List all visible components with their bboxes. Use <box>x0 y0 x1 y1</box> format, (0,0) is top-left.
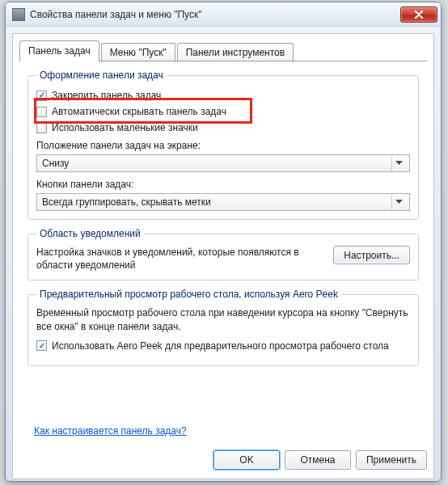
label-buttons: Кнопки панели задач: <box>36 179 410 190</box>
select-buttons-value: Всегда группировать, скрывать метки <box>42 196 211 208</box>
app-icon <box>12 8 25 21</box>
tab-toolbars[interactable]: Панели инструментов <box>177 43 294 62</box>
group-aero-legend: Предварительный просмотр рабочего стола,… <box>36 289 341 300</box>
group-notification-area: Область уведомлений Настройка значков и … <box>27 228 419 280</box>
tab-panel-taskbar: Оформление панели задач Закрепить панель… <box>19 61 427 443</box>
help-link[interactable]: Как настраивается панель задач? <box>34 425 187 436</box>
checkbox-lock-label: Закрепить панель задач <box>52 90 161 101</box>
customize-button[interactable]: Настроить... <box>333 246 410 264</box>
checkbox-autohide-label: Автоматически скрывать панель задач <box>52 106 226 117</box>
window-title: Свойства панели задач и меню "Пуск" <box>30 9 400 20</box>
chevron-down-icon <box>391 156 406 171</box>
checkbox-row-small-icons[interactable]: Использовать маленькие значки <box>36 122 410 133</box>
group-notification-legend: Область уведомлений <box>36 228 144 239</box>
notification-description: Настройка значков и уведомлений, которые… <box>36 246 327 272</box>
dialog-footer: OK Отмена Применить <box>19 448 427 472</box>
apply-button[interactable]: Применить <box>356 450 427 470</box>
checkbox-row-lock[interactable]: Закрепить панель задач <box>36 90 410 101</box>
properties-dialog: Свойства панели задач и меню "Пуск" Пане… <box>5 2 442 482</box>
select-buttons[interactable]: Всегда группировать, скрывать метки <box>36 193 410 211</box>
tab-start-menu[interactable]: Меню "Пуск" <box>101 43 175 62</box>
cancel-button[interactable]: Отмена <box>285 450 351 470</box>
checkbox-aero-peek[interactable] <box>36 340 47 351</box>
tab-strip: Панель задач Меню "Пуск" Панели инструме… <box>13 34 433 61</box>
checkbox-lock-taskbar[interactable] <box>36 91 47 101</box>
aero-description: Временный просмотр рабочего стола при на… <box>36 306 410 332</box>
group-aero-peek: Предварительный просмотр рабочего стола,… <box>27 289 419 366</box>
checkbox-small-icons[interactable] <box>36 123 47 133</box>
close-button[interactable] <box>400 6 437 23</box>
group-appearance: Оформление панели задач Закрепить панель… <box>27 70 419 220</box>
checkbox-row-autohide[interactable]: Автоматически скрывать панель задач <box>36 106 410 117</box>
checkbox-aero-peek-label: Использовать Aero Peek для предварительн… <box>52 340 389 352</box>
label-position: Положение панели задач на экране: <box>36 140 410 151</box>
checkbox-row-aero-peek[interactable]: Использовать Aero Peek для предварительн… <box>36 340 410 352</box>
client-area: Панель задач Меню "Пуск" Панели инструме… <box>12 33 434 479</box>
group-appearance-legend: Оформление панели задач <box>36 70 167 81</box>
ok-button[interactable]: OK <box>213 450 280 470</box>
titlebar[interactable]: Свойства панели задач и меню "Пуск" <box>6 2 441 27</box>
checkbox-small-icons-label: Использовать маленькие значки <box>52 122 198 133</box>
checkbox-autohide[interactable] <box>36 107 47 117</box>
close-icon <box>414 11 424 19</box>
chevron-down-icon <box>391 195 406 209</box>
select-position[interactable]: Снизу <box>36 154 410 172</box>
tab-taskbar[interactable]: Панель задач <box>19 40 99 62</box>
select-position-value: Снизу <box>42 158 69 169</box>
